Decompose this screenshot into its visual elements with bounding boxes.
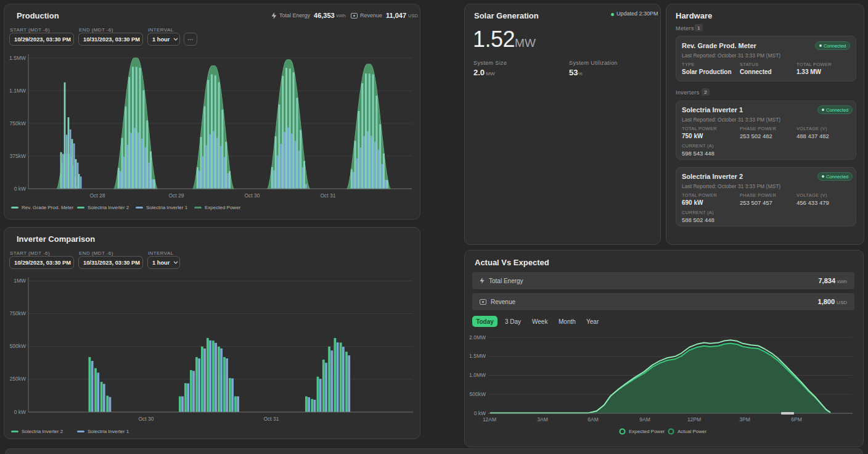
svg-text:Oct 28: Oct 28 — [89, 192, 105, 199]
svg-text:0 kW: 0 kW — [14, 186, 26, 192]
svg-text:3AM: 3AM — [537, 416, 547, 423]
svg-text:Oct 30: Oct 30 — [138, 416, 154, 422]
svg-text:9AM: 9AM — [639, 416, 650, 423]
svg-text:0 kW: 0 kW — [474, 410, 486, 416]
svg-text:Oct 31: Oct 31 — [320, 192, 335, 199]
svg-text:Oct 29: Oct 29 — [168, 192, 184, 199]
svg-text:500kW: 500kW — [470, 391, 486, 397]
svg-text:1.0MW: 1.0MW — [469, 372, 486, 378]
svg-text:375kW: 375kW — [10, 153, 26, 159]
svg-text:1.5MW: 1.5MW — [469, 353, 486, 359]
svg-text:0 kW: 0 kW — [14, 409, 26, 415]
svg-text:750kW: 750kW — [10, 120, 26, 126]
svg-text:250kW: 250kW — [10, 376, 26, 382]
svg-text:1MW: 1MW — [14, 278, 26, 284]
svg-text:6AM: 6AM — [588, 416, 598, 423]
svg-text:Oct 30: Oct 30 — [244, 192, 260, 199]
svg-text:6PM: 6PM — [791, 416, 801, 423]
svg-text:2.0MW: 2.0MW — [469, 334, 486, 340]
svg-text:500kW: 500kW — [10, 343, 26, 349]
svg-text:12PM: 12PM — [687, 416, 701, 423]
svg-text:3PM: 3PM — [739, 416, 750, 423]
svg-text:750kW: 750kW — [10, 310, 26, 316]
svg-text:1.1MW: 1.1MW — [9, 88, 26, 94]
svg-text:Oct 31: Oct 31 — [263, 416, 279, 422]
svg-text:12AM: 12AM — [483, 416, 496, 423]
svg-text:1.5MW: 1.5MW — [9, 55, 26, 61]
